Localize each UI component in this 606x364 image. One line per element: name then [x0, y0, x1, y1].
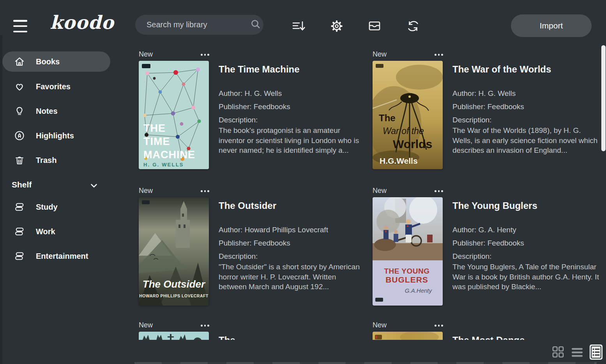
book-title[interactable]: The Most Dange... [452, 335, 532, 340]
svg-text:War of the: War of the [383, 126, 424, 136]
book-author: Author: G. A. Henty [452, 226, 516, 234]
svg-text:H.G.Wells: H.G.Wells [380, 156, 418, 165]
shelf-item-label: Study [36, 203, 58, 212]
new-badge: New [139, 50, 153, 58]
book-card[interactable]: New THE [136, 49, 364, 173]
book-description: The Young Buglers, A Tale of the Peninsu… [452, 262, 599, 292]
book-title[interactable]: The Time Machine [219, 64, 300, 75]
home-icon [14, 56, 25, 67]
hamburger-menu-icon[interactable] [13, 20, 27, 32]
shelf-section-header[interactable]: Shelf [0, 175, 113, 195]
search-input[interactable] [147, 20, 250, 29]
book-description: The War of the Worlds (1898), by H. G. W… [452, 125, 599, 155]
book-description: "The Outsider" is a short story by Ameri… [219, 262, 365, 292]
new-badge: New [139, 187, 153, 195]
description-label: Description: [452, 252, 491, 261]
book-author: Author: H. G. Wells [219, 89, 282, 98]
svg-text:HOWARD PHILLIPS LOVECRAFT: HOWARD PHILLIPS LOVECRAFT [139, 293, 208, 298]
import-button[interactable]: Import [511, 14, 592, 37]
sidebar-item-notes[interactable]: Notes [0, 101, 113, 121]
detail-view-icon[interactable] [590, 345, 602, 361]
chevron-down-icon [89, 180, 99, 191]
sidebar-item-favorites[interactable]: Favorites [0, 76, 113, 97]
book-cover[interactable]: The Outsider HOWARD PHILLIPS LOVECRAFT [139, 197, 209, 306]
shelf-item-label: Work [36, 227, 55, 236]
sidebar-shelf-entertainment[interactable]: Entertainment [0, 246, 113, 266]
lightbulb-icon [14, 106, 25, 117]
book-publisher: Publisher: Feedbooks [219, 102, 290, 111]
heart-icon [14, 81, 25, 92]
refresh-icon[interactable] [405, 18, 421, 34]
sidebar-item-label: Notes [36, 107, 58, 116]
list-view-icon[interactable] [571, 348, 583, 359]
svg-text:Worlds: Worlds [393, 138, 432, 150]
ellipsis-menu-icon[interactable] [435, 190, 443, 192]
inbox-tray-icon[interactable] [367, 18, 382, 34]
book-author: Author: Howard Phillips Lovecraft [219, 226, 328, 234]
sidebar-item-label: Highlights [36, 131, 74, 140]
sidebar-item-label: Favorites [36, 82, 71, 91]
sidebar-item-trash[interactable]: Trash [0, 150, 113, 170]
new-badge: New [139, 321, 153, 329]
highlighter-icon [14, 130, 25, 141]
window-edge [0, 35, 2, 364]
book-author: Author: H. G. Wells [452, 89, 516, 98]
shelf-icon [14, 201, 25, 212]
book-title[interactable]: The Outsider [219, 200, 276, 211]
vertical-scrollbar-thumb[interactable] [601, 45, 606, 151]
sidebar-item-books[interactable]: Books [0, 51, 113, 72]
ellipsis-menu-icon[interactable] [201, 54, 209, 56]
new-badge: New [373, 187, 387, 195]
sidebar-item-highlights[interactable]: Highlights [0, 125, 113, 146]
search-magnifier-icon [250, 18, 261, 32]
book-card[interactable]: New [370, 185, 598, 310]
ellipsis-menu-icon[interactable] [201, 190, 209, 192]
book-cover[interactable] [373, 332, 443, 340]
book-description: The book's protagonist is an amateur inv… [219, 125, 365, 155]
book-title[interactable]: The Young Buglers [452, 200, 537, 211]
sidebar-shelf-work[interactable]: Work [0, 221, 113, 242]
svg-text:The Outsider: The Outsider [143, 278, 206, 290]
book-cover[interactable]: THE YOUNG BUGLERS G.A.Henty [373, 197, 443, 306]
ellipsis-menu-icon[interactable] [201, 325, 209, 327]
book-publisher: Publisher: Feedbooks [219, 239, 290, 247]
svg-text:H. G. WELLS: H. G. WELLS [143, 162, 184, 168]
svg-text:BUGLERS: BUGLERS [385, 275, 428, 284]
description-label: Description: [219, 116, 258, 124]
sidebar-item-label: Trash [36, 156, 57, 165]
grid-view-icon[interactable] [552, 346, 564, 359]
ellipsis-menu-icon[interactable] [435, 54, 443, 56]
svg-text:TIME: TIME [143, 136, 170, 147]
svg-text:The: The [379, 113, 396, 123]
book-cover[interactable]: THE TIME MACHINE H. G. WELLS [139, 61, 209, 169]
new-badge: New [373, 321, 387, 329]
book-card[interactable]: New The Most Dange... [370, 320, 598, 340]
search-box[interactable] [135, 15, 263, 35]
sidebar-shelf-study[interactable]: Study [0, 197, 113, 217]
book-publisher: Publisher: Feedbooks [452, 102, 524, 111]
trash-icon [14, 155, 25, 166]
ellipsis-menu-icon[interactable] [435, 325, 443, 327]
svg-text:MACHINE: MACHINE [143, 149, 195, 161]
svg-text:G.A.Henty: G.A.Henty [405, 287, 433, 294]
shelf-item-label: Entertainment [36, 252, 88, 261]
description-label: Description: [452, 116, 491, 124]
book-cover[interactable] [139, 332, 209, 340]
description-label: Description: [219, 252, 258, 261]
book-card[interactable]: New [136, 185, 364, 310]
book-card[interactable]: New [370, 49, 598, 173]
sort-order-icon[interactable] [291, 18, 306, 34]
book-title[interactable]: The ... [219, 335, 246, 340]
app-logo: koodo [50, 12, 114, 33]
book-cover[interactable]: The War of the Worlds H.G.Wells [373, 61, 443, 169]
shelf-label: Shelf [12, 180, 32, 189]
svg-text:THE: THE [143, 122, 166, 134]
sidebar-item-label: Books [36, 57, 60, 66]
new-badge: New [373, 50, 387, 58]
clipped-next-row [134, 362, 597, 364]
book-title[interactable]: The War of the Worlds [452, 64, 551, 75]
svg-text:THE YOUNG: THE YOUNG [384, 267, 429, 275]
gear-icon[interactable] [329, 18, 345, 34]
book-list: New THE [134, 45, 599, 340]
book-card[interactable]: New The ... [136, 320, 364, 340]
